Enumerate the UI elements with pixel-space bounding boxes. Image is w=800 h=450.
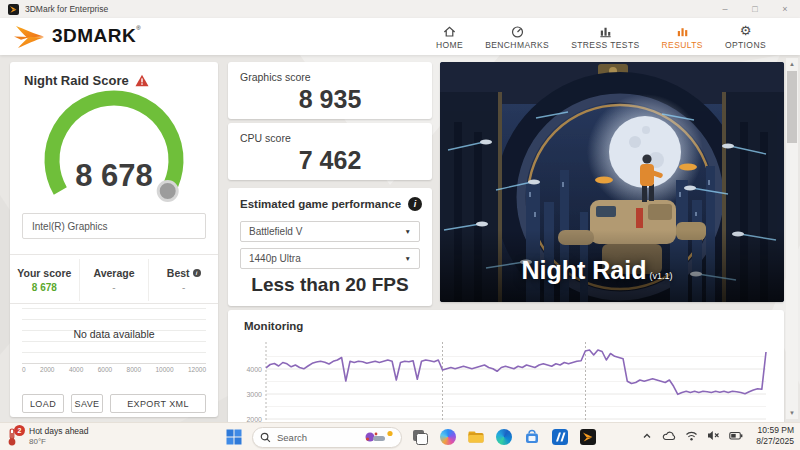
clock-time: 10:59 PM: [756, 425, 794, 436]
wifi-icon[interactable]: [685, 430, 698, 441]
m-app-icon[interactable]: [550, 426, 570, 448]
scrollbar-thumb[interactable]: [787, 71, 797, 143]
content-area: Night Raid Score 8 678 Intel(R) Graphics: [0, 55, 800, 422]
app-header: 3DMARK ® HOME BENCHMARKS STRESS TESTS: [0, 18, 800, 55]
cpu-score-value: 7 462: [228, 146, 432, 175]
warning-icon[interactable]: [135, 74, 149, 87]
device-name-box: Intel(R) Graphics: [22, 213, 206, 239]
window-controls: – □ ×: [710, 4, 800, 14]
night-raid-hero-image: Night Raid(v1.1): [440, 62, 784, 302]
best-column: Best i -: [148, 259, 218, 301]
search-icon: [260, 432, 271, 443]
device-name: Intel(R) Graphics: [32, 221, 108, 232]
export-xml-button[interactable]: EXPORT XML: [110, 394, 206, 413]
preset-select-dropdown[interactable]: 1440p Ultra ▼: [240, 248, 420, 269]
nav-benchmarks[interactable]: BENCHMARKS: [485, 23, 549, 50]
game-select-value: Battlefield V: [249, 226, 302, 237]
minimize-button[interactable]: –: [710, 4, 740, 14]
maximize-button[interactable]: □: [740, 4, 770, 14]
nav-results[interactable]: RESULTS: [662, 23, 703, 50]
copilot-icon[interactable]: [438, 426, 458, 448]
score-panel-title: Night Raid Score: [24, 73, 129, 88]
save-button[interactable]: SAVE: [71, 394, 103, 413]
cloud-icon[interactable]: [662, 430, 676, 442]
taskbar: 2 Hot days ahead 80°F Search: [0, 422, 800, 450]
home-icon: [442, 23, 457, 39]
fps-result: Less than 20 FPS: [228, 274, 432, 296]
results-bars-icon: [675, 23, 690, 39]
score-axis: 02000 40006000 800010000 12000: [22, 363, 206, 373]
weather-widget[interactable]: 2 Hot days ahead 80°F: [5, 425, 89, 447]
battery-icon[interactable]: [729, 431, 743, 441]
score-comparison-table: Your score 8 678 Average - Best i -: [10, 259, 218, 301]
game-select-dropdown[interactable]: Battlefield V ▼: [240, 221, 420, 242]
clock-date: 8/27/2025: [756, 436, 794, 447]
system-tray: 10:59 PM 8/27/2025: [641, 425, 794, 446]
notification-badge: 2: [14, 425, 25, 436]
nav-home[interactable]: HOME: [436, 23, 463, 50]
average-value: -: [112, 282, 115, 293]
scroll-up-arrow[interactable]: ▲: [786, 58, 798, 70]
3dmark-taskbar-icon[interactable]: [578, 426, 598, 448]
volume-muted-icon[interactable]: [707, 430, 720, 441]
thermometer-icon: 2: [5, 425, 25, 447]
search-placeholder: Search: [277, 432, 307, 443]
nav-stress-tests[interactable]: STRESS TESTS: [571, 23, 639, 50]
microsoft-store-icon[interactable]: [522, 426, 542, 448]
your-score-value: 8 678: [32, 282, 57, 293]
3dmark-swoosh-icon: [14, 24, 52, 50]
frequency-line-chart: 400030002000: [236, 338, 776, 422]
nav-options[interactable]: ⚙ OPTIONS: [725, 23, 766, 50]
logo-registered-mark: ®: [136, 25, 140, 31]
gear-icon: ⚙: [740, 23, 752, 39]
chevron-down-icon: ▼: [405, 255, 411, 262]
preset-select-value: 1440p Ultra: [249, 253, 301, 264]
logo-text: 3DMARK: [52, 24, 136, 48]
bar-chart-icon: [598, 23, 613, 39]
score-panel-buttons: LOAD SAVE EXPORT XML: [22, 394, 206, 413]
close-button[interactable]: ×: [770, 4, 800, 14]
screen: 3DMark for Enterprise – □ × 3DMARK ® HO: [0, 0, 800, 450]
start-button[interactable]: [224, 426, 244, 448]
graphics-score-card: Graphics score 8 935: [228, 62, 432, 119]
svg-text:4000: 4000: [246, 366, 262, 373]
cpu-score-label: CPU score: [240, 132, 291, 144]
best-info-icon[interactable]: i: [193, 269, 201, 277]
taskbar-center: Search: [224, 426, 598, 448]
overall-score-value: 8 678: [75, 158, 153, 193]
taskbar-clock[interactable]: 10:59 PM 8/27/2025: [756, 425, 794, 446]
search-box[interactable]: Search: [252, 427, 402, 448]
cpu-score-card: CPU score 7 462: [228, 123, 432, 180]
benchmark-name: Night Raid: [521, 256, 646, 284]
svg-text:3000: 3000: [246, 391, 262, 398]
average-column: Average -: [79, 259, 149, 301]
chevron-down-icon: ▼: [405, 228, 411, 235]
file-explorer-icon[interactable]: [466, 426, 486, 448]
game-performance-title: Estimated game performance: [240, 198, 401, 210]
divider: [10, 303, 218, 304]
main-nav: HOME BENCHMARKS STRESS TESTS RESULTS ⚙ O…: [436, 23, 766, 50]
vertical-scrollbar[interactable]: ▲ ▼: [786, 58, 798, 419]
monitoring-title: Monitoring: [244, 320, 303, 332]
weather-headline: Hot days ahead: [29, 426, 89, 436]
title-bar: 3DMark for Enterprise – □ ×: [0, 0, 800, 18]
task-view-icon[interactable]: [410, 426, 430, 448]
divider: [10, 254, 218, 255]
search-highlight-art: [364, 429, 394, 445]
game-performance-card: Estimated game performance i Battlefield…: [228, 188, 432, 306]
gauge-knob: [158, 182, 177, 201]
score-gauge: 8 678: [19, 88, 209, 214]
3dmark-logo: 3DMARK ®: [14, 24, 141, 50]
weather-temperature: 80°F: [29, 437, 89, 446]
load-button[interactable]: LOAD: [22, 394, 64, 413]
tray-expand-icon[interactable]: [641, 430, 653, 442]
scroll-down-arrow[interactable]: ▼: [786, 407, 798, 419]
window-title: 3DMark for Enterprise: [25, 4, 108, 14]
graphics-score-label: Graphics score: [240, 71, 311, 83]
info-icon[interactable]: i: [408, 197, 422, 211]
no-data-text: No data available: [10, 328, 218, 340]
hero-title-block: Night Raid(v1.1): [440, 256, 754, 285]
benchmark-version: (v1.1): [649, 271, 672, 281]
edge-icon[interactable]: [494, 426, 514, 448]
app-icon: [8, 4, 19, 15]
